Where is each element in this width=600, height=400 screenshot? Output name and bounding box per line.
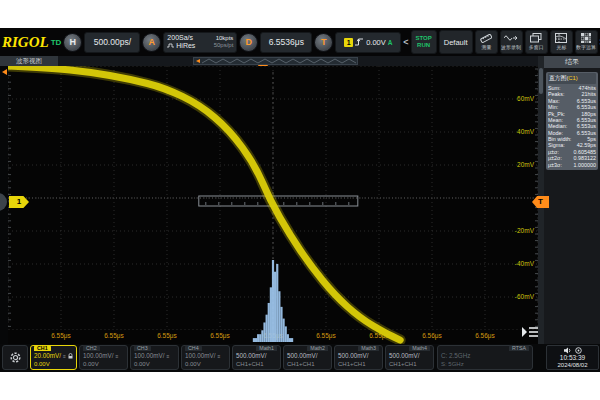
rtsa-tab: RTSA — [509, 345, 529, 351]
results-panel-title: 结果 — [544, 56, 600, 68]
channel-box-ch2[interactable]: CH2 100.00mV/≡ 0.00V — [79, 345, 128, 370]
math-box-math1[interactable]: Math1 500.00mV/ CH1+CH1 — [232, 345, 281, 370]
settings-gear-button[interactable] — [2, 345, 28, 370]
tool-record-label: 波形录制 — [501, 44, 521, 50]
ch1-trace — [8, 66, 400, 340]
panel-scrollbar-handle[interactable] — [539, 68, 543, 94]
overview-left-arrow-icon — [196, 59, 200, 63]
channel-box-ch3[interactable]: CH3 100.00mV/≡ 0.00V — [130, 345, 179, 370]
stat-value: 1.000000 — [574, 162, 596, 168]
tab-waveform-view[interactable]: 波形视图 — [0, 56, 58, 66]
histogram-bar — [257, 334, 259, 342]
timebase-button[interactable]: 500.00ps/ — [84, 32, 140, 53]
math1-tab: Math1 — [256, 345, 277, 351]
ch1-tab: CH1 — [34, 345, 51, 351]
histogram-stats-card[interactable]: 直方图(C1) Sum:474hitsPeaks:21hitsMax:6.553… — [546, 72, 598, 170]
histogram-stats-rows: Sum:474hitsPeaks:21hitsMax:6.553usMin:6.… — [548, 85, 596, 168]
rtsa-box[interactable]: RTSA C: 2.5GHz S: 5GHz — [437, 345, 533, 370]
histogram-bar — [270, 287, 272, 342]
math4-expr: CH1+CH1 — [389, 361, 417, 367]
math3-expr: CH1+CH1 — [338, 361, 366, 367]
rtsa-span: S: 5GHz — [441, 361, 464, 367]
results-expand-icon[interactable] — [521, 325, 539, 339]
ruler-icon — [480, 33, 492, 43]
tool-measure-button[interactable]: 测量 — [475, 30, 498, 54]
channel-box-ch1[interactable]: CH1 20.00mV/≡ 0.00V — [30, 345, 77, 370]
histogram-stats-title: 直方图(C1) — [548, 73, 596, 84]
tool-measure-label: 测量 — [481, 44, 491, 50]
ch1-offset: 0.00V — [34, 361, 50, 367]
histogram-bar — [253, 338, 255, 342]
histogram-bar — [283, 319, 285, 342]
sample-interval: 50ps/pt — [214, 42, 234, 49]
histogram-bar — [263, 322, 265, 342]
histogram-bar — [289, 338, 291, 342]
ch4-scale: 100.00mV/ — [185, 352, 215, 359]
tool-multiwindow-button[interactable]: 多窗口 — [525, 30, 548, 54]
acquire-knob[interactable]: A — [142, 33, 161, 52]
sample-rate: 200Sa/s — [167, 34, 195, 42]
trigger-knob[interactable]: T — [314, 33, 333, 52]
record-overview-bar[interactable] — [193, 57, 358, 65]
hist-source: C1) — [568, 75, 577, 81]
speaker-icon — [564, 347, 572, 354]
multi-window-icon — [530, 33, 542, 43]
clock-box[interactable]: 10:53:39 2024/08/02 — [546, 345, 599, 370]
histogram-bar — [274, 272, 276, 342]
math-box-math2[interactable]: Math2 500.00mV/ CH1+CH1 — [283, 345, 332, 370]
math-box-math3[interactable]: Math3 500.00mV/ CH1+CH1 — [334, 345, 383, 370]
waveform-record-icon — [504, 33, 518, 43]
ch2-offset: 0.00V — [83, 361, 99, 367]
math1-scale: 500.00mV/ — [236, 352, 266, 359]
run-stop-button[interactable]: STOP RUN — [411, 30, 437, 54]
math3-tab: Math3 — [358, 345, 379, 351]
default-button[interactable]: Default — [439, 30, 473, 54]
rigol-logo: RIGOL — [2, 34, 49, 51]
stat-label: μ±3σ: — [548, 162, 562, 168]
histogram-bar — [287, 334, 289, 342]
system-date: 2024/08/02 — [547, 362, 598, 369]
tool-multiwindow-label: 多窗口 — [529, 44, 544, 50]
math-box-math4[interactable]: Math4 500.00mV/ CH1+CH1 — [385, 345, 434, 370]
acquisition-button[interactable]: 200Sa/s HiRes 10kpts 50ps/pt — [163, 32, 237, 53]
gear-icon — [8, 350, 23, 365]
rtsa-center-freq: C: 2.5GHz — [441, 352, 470, 359]
ch2-scale: 100.00mV/ — [83, 352, 113, 359]
delay-button[interactable]: 6.5536μs — [260, 32, 312, 53]
histogram-bar — [259, 334, 261, 342]
status-icons — [547, 347, 598, 354]
bw-limit-icon: ≡ — [217, 353, 220, 359]
math4-tab: Math4 — [409, 345, 430, 351]
math4-scale: 500.00mV/ — [389, 352, 419, 359]
tool-record-button[interactable]: 波形录制 — [500, 30, 523, 54]
side-gear-tab[interactable] — [0, 193, 7, 211]
lock-icon — [68, 353, 73, 359]
trigger-mode-indicator: TD — [51, 38, 62, 47]
trigger-settings-button[interactable]: 1 0.00V A — [335, 32, 401, 53]
delay-knob[interactable]: D — [239, 33, 258, 52]
channel-box-ch4[interactable]: CH4 100.00mV/≡ 0.00V — [181, 345, 230, 370]
histogram-bar — [280, 307, 282, 342]
tool-digital-button[interactable]: 数字运算 — [575, 30, 598, 54]
ch4-offset: 0.00V — [185, 361, 201, 367]
horizontal-knob[interactable]: H — [63, 33, 82, 52]
memory-depth: 10kpts — [214, 35, 234, 42]
histogram-bar — [276, 264, 278, 342]
tool-cursor-label: 光标 — [556, 44, 566, 50]
math2-scale: 500.00mV/ — [287, 352, 317, 359]
ch3-offset: 0.00V — [134, 361, 150, 367]
results-panel: 结果 直方图(C1) Sum:474hitsPeaks:21hitsMax:6.… — [544, 56, 600, 344]
system-time: 10:53:39 — [547, 354, 598, 362]
tool-digital-label: 数字运算 — [576, 44, 596, 50]
ch1-scale: 20.00mV/ — [34, 352, 61, 359]
toolbar-collapse-left-icon[interactable]: < — [403, 37, 408, 47]
acq-mode: HiRes — [167, 42, 195, 50]
ch3-scale: 100.00mV/ — [134, 352, 164, 359]
bw-limit-icon: ≡ — [166, 353, 169, 359]
histogram-bar — [266, 315, 268, 342]
trigger-level-value: 0.00V — [366, 38, 386, 47]
tool-cursor-button[interactable]: 光标 — [550, 30, 573, 54]
plot-corner-marker[interactable] — [2, 69, 7, 75]
cursor-icon — [555, 33, 567, 43]
histogram-bar — [272, 260, 274, 342]
